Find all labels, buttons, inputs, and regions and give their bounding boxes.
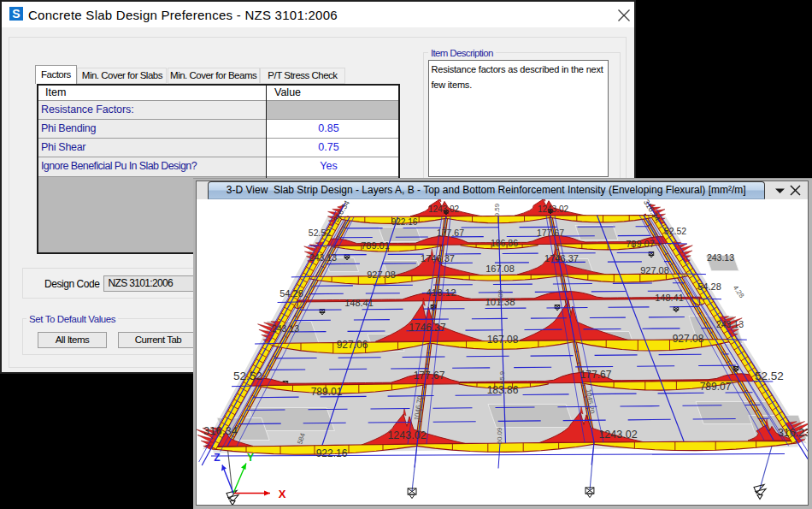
svg-text:177.67: 177.67: [580, 368, 612, 380]
svg-text:789.07: 789.07: [626, 238, 655, 248]
svg-text:Z: Z: [214, 451, 220, 463]
svg-text:789.01: 789.01: [361, 240, 390, 250]
svg-text:927.08: 927.08: [367, 269, 396, 279]
svg-text:4.28: 4.28: [732, 284, 746, 299]
svg-text:927.08: 927.08: [673, 332, 704, 344]
svg-text:65.9: 65.9: [498, 370, 506, 384]
svg-text:X: X: [279, 487, 286, 500]
svg-text:52.52: 52.52: [755, 369, 784, 382]
svg-text:1243.02: 1243.02: [538, 204, 569, 213]
svg-text:52.52: 52.52: [233, 369, 262, 382]
svg-text:167.08: 167.08: [485, 263, 515, 273]
svg-text:243.13: 243.13: [707, 252, 734, 262]
svg-text:927.06: 927.06: [337, 338, 368, 350]
svg-text:9.59: 9.59: [493, 203, 501, 216]
svg-text:Y: Y: [247, 451, 254, 463]
svg-text:167.08: 167.08: [487, 333, 519, 345]
svg-text:418.12: 418.12: [426, 287, 456, 297]
svg-text:789.01: 789.01: [311, 385, 343, 397]
svg-text:148.41: 148.41: [655, 292, 684, 302]
svg-text:52.52: 52.52: [664, 225, 686, 235]
svg-text:243.13: 243.13: [716, 318, 744, 328]
svg-text:243.13: 243.13: [272, 323, 299, 333]
svg-text:54.28: 54.28: [697, 281, 721, 291]
svg-text:1243.02: 1243.02: [598, 428, 637, 440]
svg-text:1746.37: 1746.37: [421, 252, 455, 263]
svg-text:177.67: 177.67: [437, 227, 464, 237]
svg-text:186.86: 186.86: [491, 237, 518, 247]
svg-text:60.09: 60.09: [496, 426, 503, 444]
svg-text:922.16: 922.16: [316, 447, 348, 459]
svg-text:177.67: 177.67: [414, 369, 445, 381]
svg-text:52.52: 52.52: [309, 227, 331, 237]
svg-text:316.34: 316.34: [203, 423, 238, 436]
svg-text:183.86: 183.86: [487, 383, 519, 395]
svg-text:177.67: 177.67: [537, 227, 564, 237]
svg-text:1746.37: 1746.37: [409, 321, 446, 333]
svg-text:148.41: 148.41: [344, 297, 374, 307]
svg-text:1746.37: 1746.37: [544, 252, 579, 263]
svg-text:789.07: 789.07: [700, 380, 732, 392]
svg-text:243.13: 243.13: [309, 252, 337, 262]
svg-text:54.28: 54.28: [279, 287, 303, 298]
svg-text:316.23: 316.23: [778, 426, 808, 438]
svg-text:9.09: 9.09: [497, 289, 504, 303]
svg-text:927.08: 927.08: [640, 264, 669, 275]
svg-text:922.16: 922.16: [391, 216, 418, 226]
svg-text:1243.02: 1243.02: [428, 204, 460, 213]
svg-text:1243.02: 1243.02: [387, 429, 426, 441]
